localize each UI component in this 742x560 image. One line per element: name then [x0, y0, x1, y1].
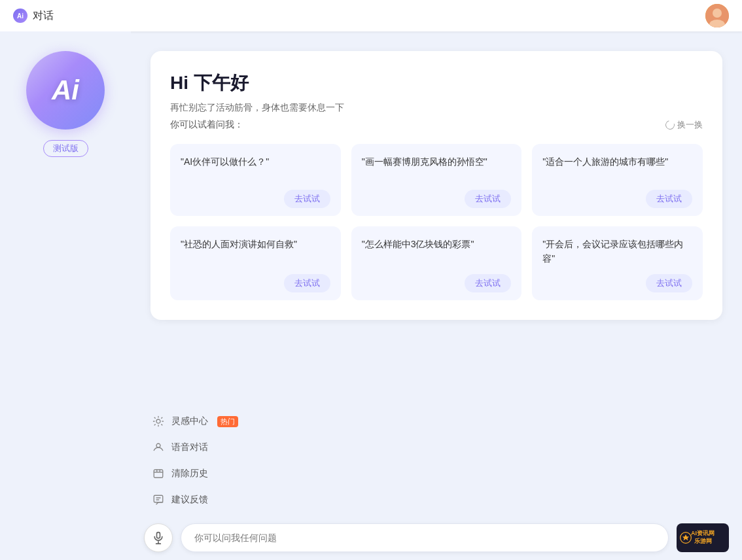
ai-logo: Ai	[26, 51, 105, 130]
try-label-row: 你可以试着问我： 换一换	[170, 119, 703, 131]
mic-button[interactable]	[144, 523, 173, 552]
header-logo-text: Ai	[17, 12, 24, 20]
suggestion-text-5: "开会后，会议记录应该包括哪些内容"	[542, 237, 692, 266]
ai-logo-text: Ai	[52, 75, 79, 106]
left-panel: Ai 测试版	[0, 31, 131, 560]
watermark: AI资讯网 乐游网	[677, 523, 729, 552]
voice-icon	[152, 441, 165, 454]
watermark-text-2: 乐游网	[694, 538, 712, 546]
refresh-label: 换一换	[677, 119, 703, 131]
try-button-4[interactable]: 去试试	[465, 274, 511, 292]
feedback-icon	[152, 493, 165, 506]
suggestion-card-4[interactable]: "怎么样能中3亿块钱的彩票" 去试试	[351, 226, 522, 300]
suggestion-text-3: "社恐的人面对演讲如何自救"	[181, 237, 330, 266]
svg-point-3	[156, 419, 160, 423]
nav-label-2: 清除历史	[171, 468, 208, 480]
main-layout: Ai 测试版 Hi 下午好 再忙别忘了活动筋骨，身体也需要休息一下 你可以试着问…	[0, 31, 742, 560]
try-button-1[interactable]: 去试试	[465, 190, 511, 208]
nav-item-inspiration[interactable]: 灵感中心 热门	[144, 408, 729, 434]
welcome-card: Hi 下午好 再忙别忘了活动筋骨，身体也需要休息一下 你可以试着问我： 换一换 …	[150, 51, 722, 320]
refresh-icon	[663, 118, 676, 131]
suggestion-text-0: "AI伙伴可以做什么？"	[181, 154, 330, 182]
hot-badge: 热门	[217, 416, 238, 427]
input-bar: AI资讯网 乐游网	[131, 516, 742, 560]
try-button-0[interactable]: 去试试	[284, 190, 330, 208]
nav-label-0: 灵感中心	[171, 415, 208, 427]
suggestion-card-1[interactable]: "画一幅赛博朋克风格的孙悟空" 去试试	[351, 144, 522, 216]
suggestion-card-2[interactable]: "适合一个人旅游的城市有哪些" 去试试	[532, 144, 703, 216]
clear-icon	[152, 467, 165, 480]
inspiration-icon	[152, 415, 165, 428]
bottom-section: 灵感中心 热门 语音对话 清除历史 建议反馈	[131, 398, 742, 560]
nav-label-3: 建议反馈	[171, 494, 208, 506]
suggestion-text-1: "画一幅赛博朋克风格的孙悟空"	[362, 154, 512, 182]
suggestion-text-4: "怎么样能中3亿块钱的彩票"	[362, 237, 512, 266]
suggestion-card-5[interactable]: "开会后，会议记录应该包括哪些内容" 去试试	[532, 226, 703, 300]
try-button-3[interactable]: 去试试	[284, 274, 330, 292]
try-label: 你可以试着问我：	[170, 119, 243, 131]
nav-item-voice[interactable]: 语音对话	[144, 434, 729, 461]
try-button-2[interactable]: 去试试	[646, 190, 692, 208]
svg-point-4	[156, 444, 160, 447]
welcome-subtitle: 再忙别忘了活动筋骨，身体也需要休息一下	[170, 102, 703, 114]
nav-item-clear[interactable]: 清除历史	[144, 461, 729, 487]
suggestion-card-3[interactable]: "社恐的人面对演讲如何自救" 去试试	[170, 226, 341, 300]
watermark-text-1: AI资讯网	[691, 530, 715, 538]
svg-rect-9	[157, 533, 160, 538]
chat-input[interactable]	[181, 523, 669, 552]
welcome-title: Hi 下午好	[170, 71, 703, 96]
header-left: Ai 对话	[13, 9, 54, 23]
svg-rect-5	[154, 470, 163, 478]
try-button-5[interactable]: 去试试	[646, 274, 692, 292]
suggestion-card-0[interactable]: "AI伙伴可以做什么？" 去试试	[170, 144, 341, 216]
suggestion-grid: "AI伙伴可以做什么？" 去试试 "画一幅赛博朋克风格的孙悟空" 去试试 "适合…	[170, 144, 703, 300]
svg-point-1	[713, 9, 722, 18]
watermark-icon	[679, 531, 692, 544]
refresh-button[interactable]: 换一换	[665, 119, 703, 131]
user-avatar[interactable]	[705, 4, 729, 27]
bottom-nav: 灵感中心 热门 语音对话 清除历史 建议反馈	[131, 398, 742, 516]
nav-label-1: 语音对话	[171, 442, 208, 453]
nav-item-feedback[interactable]: 建议反馈	[144, 487, 729, 513]
ai-version-badge: 测试版	[43, 140, 88, 157]
center-content: Hi 下午好 再忙别忘了活动筋骨，身体也需要休息一下 你可以试着问我： 换一换 …	[131, 31, 742, 398]
svg-rect-6	[154, 495, 163, 502]
suggestion-text-2: "适合一个人旅游的城市有哪些"	[542, 154, 692, 182]
header-logo-icon: Ai	[13, 9, 27, 23]
app-header: Ai 对话	[0, 0, 742, 31]
header-title: 对话	[33, 9, 54, 23]
